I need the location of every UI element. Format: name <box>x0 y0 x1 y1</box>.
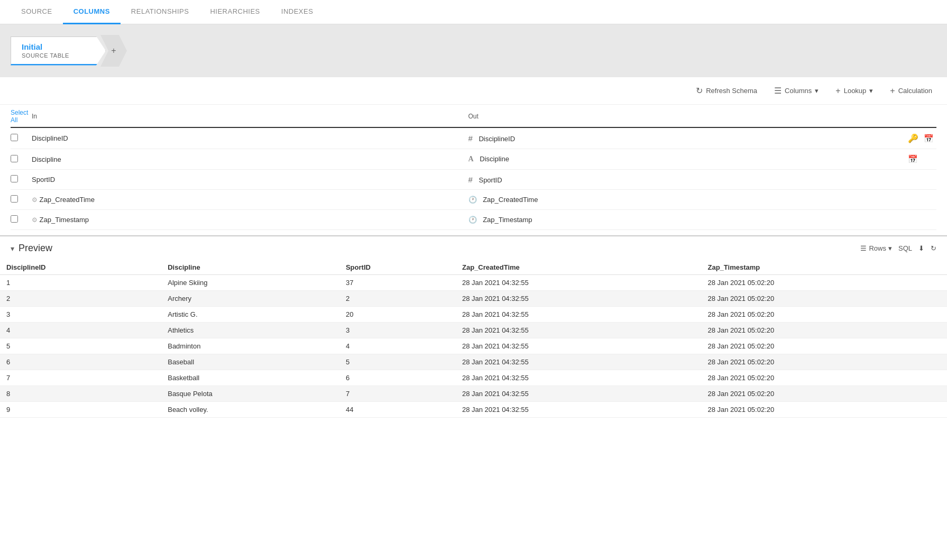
table-row: 9Beach volley.4428 Jan 2021 04:32:5528 J… <box>0 402 947 418</box>
column-in-name: SportID <box>32 176 468 183</box>
breadcrumb-item: Initial SOURCE TABLE + <box>11 35 127 67</box>
lookup-button[interactable]: + Lookup ▾ <box>831 84 877 98</box>
calculation-button[interactable]: + Calculation <box>886 84 936 98</box>
column-in-name: ⚙ Zap_Timestamp <box>32 216 468 224</box>
row-checkbox[interactable] <box>11 134 18 141</box>
in-header: In <box>32 113 468 120</box>
column-row: Discipline A Discipline 📅 <box>11 149 936 170</box>
rows-chevron-icon: ▾ <box>888 244 892 252</box>
column-out-container: 🕐 Zap_CreatedTime <box>468 196 905 204</box>
source-table-breadcrumb[interactable]: Initial SOURCE TABLE <box>11 36 106 66</box>
column-row: SportID # SportID <box>11 170 936 190</box>
table-row: 1Alpine Skiing3728 Jan 2021 04:32:5528 J… <box>0 275 947 291</box>
row-checkbox-container <box>11 195 32 204</box>
column-actions: 📅 <box>905 154 936 164</box>
refresh-schema-label: Refresh Schema <box>706 87 757 95</box>
table-cell: 28 Jan 2021 05:02:20 <box>701 370 947 386</box>
table-cell: 3 <box>339 323 456 338</box>
table-cell: 28 Jan 2021 04:32:55 <box>456 291 702 307</box>
breadcrumb-sublabel: SOURCE TABLE <box>22 52 89 59</box>
column-out-name: Discipline <box>480 155 509 163</box>
table-cell: 6 <box>0 354 161 370</box>
lookup-chevron-icon: ▾ <box>869 87 873 95</box>
text-type-icon: A <box>468 155 474 163</box>
table-cell: Badminton <box>161 338 339 354</box>
columns-button[interactable]: ☰ Columns ▾ <box>770 84 823 98</box>
refresh-icon: ↻ <box>696 86 703 96</box>
table-row: 8Basque Pelota728 Jan 2021 04:32:5528 Ja… <box>0 386 947 402</box>
tab-relationships[interactable]: RELATIONSHIPS <box>121 0 200 24</box>
row-checkbox[interactable] <box>11 155 18 162</box>
table-cell: 28 Jan 2021 05:02:20 <box>701 402 947 418</box>
table-cell: 3 <box>0 307 161 323</box>
toolbar: ↻ Refresh Schema ☰ Columns ▾ + Lookup ▾ … <box>0 77 947 105</box>
preview-header: ▾ Preview ☰ Rows ▾ SQL ⬇ ↻ <box>0 236 947 260</box>
col-header-sportid: SportID <box>339 260 456 275</box>
tab-indexes[interactable]: INDEXES <box>271 0 324 24</box>
column-in-name: DisciplineID <box>32 134 468 142</box>
column-in-name: Discipline <box>32 155 468 163</box>
table-cell: 5 <box>339 354 456 370</box>
columns-chevron-icon: ▾ <box>815 87 819 95</box>
columns-header-row: Select All In Out <box>11 105 936 128</box>
rows-icon: ☰ <box>860 244 867 252</box>
row-checkbox[interactable] <box>11 175 18 182</box>
table-cell: 28 Jan 2021 05:02:20 <box>701 323 947 338</box>
table-cell: 8 <box>0 386 161 402</box>
table-cell: 7 <box>339 386 456 402</box>
column-out-container: A Discipline <box>468 155 905 163</box>
table-cell: 28 Jan 2021 04:32:55 <box>456 354 702 370</box>
row-checkbox-container <box>11 155 32 164</box>
column-out-container: # DisciplineID <box>468 134 905 143</box>
table-row: 7Basketball628 Jan 2021 04:32:5528 Jan 2… <box>0 370 947 386</box>
col-header-discipline: Discipline <box>161 260 339 275</box>
table-cell: 5 <box>0 338 161 354</box>
col-header-zap-timestamp: Zap_Timestamp <box>701 260 947 275</box>
table-row: 2Archery228 Jan 2021 04:32:5528 Jan 2021… <box>0 291 947 307</box>
column-out-name: Zap_Timestamp <box>483 216 532 224</box>
table-cell: 2 <box>0 291 161 307</box>
preview-toolbar: ☰ Rows ▾ SQL ⬇ ↻ <box>860 244 936 252</box>
table-cell: 1 <box>0 275 161 291</box>
column-out-name: Zap_CreatedTime <box>483 196 538 204</box>
row-checkbox[interactable] <box>11 195 18 203</box>
table-cell: 6 <box>339 370 456 386</box>
select-all-container: Select All <box>11 109 32 124</box>
gear-icon: ⚙ <box>32 196 38 204</box>
calendar-icon[interactable]: 📅 <box>908 154 918 163</box>
select-all-link[interactable]: Select All <box>11 109 28 124</box>
table-cell: 28 Jan 2021 04:32:55 <box>456 402 702 418</box>
source-area: Initial SOURCE TABLE + <box>0 24 947 77</box>
column-actions: 🔑 📅 <box>905 133 936 143</box>
columns-icon: ☰ <box>774 86 781 96</box>
table-cell: 7 <box>0 370 161 386</box>
preview-refresh-button[interactable]: ↻ <box>931 244 936 252</box>
column-row: ⚙ Zap_CreatedTime 🕐 Zap_CreatedTime <box>11 190 936 210</box>
tab-source[interactable]: SOURCE <box>11 0 63 24</box>
download-button[interactable]: ⬇ <box>918 244 924 252</box>
column-out-name: SportID <box>479 176 502 184</box>
table-cell: 2 <box>339 291 456 307</box>
sql-button[interactable]: SQL <box>898 244 912 252</box>
calendar-icon[interactable]: 📅 <box>924 134 934 143</box>
table-cell: 28 Jan 2021 05:02:20 <box>701 338 947 354</box>
preview-table: DisciplineID Discipline SportID Zap_Crea… <box>0 260 947 418</box>
table-cell: Beach volley. <box>161 402 339 418</box>
table-cell: Alpine Skiing <box>161 275 339 291</box>
preview-chevron-icon[interactable]: ▾ <box>11 244 14 253</box>
rows-button[interactable]: ☰ Rows ▾ <box>860 244 892 252</box>
table-cell: 20 <box>339 307 456 323</box>
table-cell: 28 Jan 2021 05:02:20 <box>701 307 947 323</box>
row-checkbox[interactable] <box>11 215 18 223</box>
datetime-type-icon: 🕐 <box>468 196 477 204</box>
tab-columns[interactable]: COLUMNS <box>63 0 121 24</box>
tab-hierarchies[interactable]: HIERARCHIES <box>199 0 270 24</box>
table-row: 3Artistic G.2028 Jan 2021 04:32:5528 Jan… <box>0 307 947 323</box>
refresh-schema-button[interactable]: ↻ Refresh Schema <box>692 84 761 98</box>
table-cell: Baseball <box>161 354 339 370</box>
lookup-label: Lookup <box>844 87 867 95</box>
table-row: 5Badminton428 Jan 2021 04:32:5528 Jan 20… <box>0 338 947 354</box>
key-icon[interactable]: 🔑 <box>908 134 918 143</box>
table-cell: 4 <box>0 323 161 338</box>
col-header-disciplineid: DisciplineID <box>0 260 161 275</box>
